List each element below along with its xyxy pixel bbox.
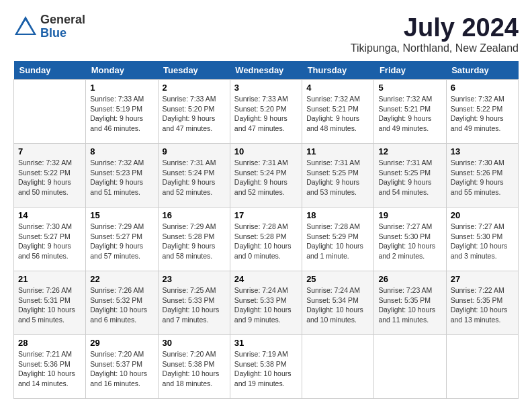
table-cell: 21Sunrise: 7:26 AMSunset: 5:31 PMDayligh… <box>14 271 86 335</box>
day-number: 23 <box>163 274 226 284</box>
week-row-5: 28Sunrise: 7:21 AMSunset: 5:36 PMDayligh… <box>14 335 519 399</box>
page-header: General Blue July 2024 Tikipunga, Northl… <box>13 13 519 54</box>
table-cell: 14Sunrise: 7:30 AMSunset: 5:27 PMDayligh… <box>14 208 86 271</box>
day-number: 27 <box>451 274 514 284</box>
day-number: 31 <box>234 338 298 348</box>
day-info: Sunrise: 7:28 AMSunset: 5:28 PMDaylight:… <box>234 222 298 261</box>
table-cell: 2Sunrise: 7:33 AMSunset: 5:20 PMDaylight… <box>158 80 230 144</box>
day-number: 17 <box>234 210 298 220</box>
header-monday: Monday <box>86 61 158 80</box>
day-number: 26 <box>378 274 441 284</box>
table-cell: 23Sunrise: 7:25 AMSunset: 5:33 PMDayligh… <box>158 271 230 335</box>
day-number: 19 <box>378 210 441 220</box>
day-number: 5 <box>378 83 441 93</box>
table-cell <box>302 335 374 399</box>
week-row-3: 14Sunrise: 7:30 AMSunset: 5:27 PMDayligh… <box>14 208 519 271</box>
table-cell: 3Sunrise: 7:33 AMSunset: 5:20 PMDaylight… <box>230 80 302 144</box>
day-info: Sunrise: 7:20 AMSunset: 5:37 PMDaylight:… <box>90 349 153 389</box>
logo-icon <box>13 15 38 39</box>
day-number: 13 <box>451 146 514 156</box>
day-info: Sunrise: 7:21 AMSunset: 5:36 PMDaylight:… <box>18 349 81 389</box>
day-info: Sunrise: 7:30 AMSunset: 5:27 PMDaylight:… <box>18 222 81 261</box>
day-number: 24 <box>234 274 298 284</box>
table-cell: 18Sunrise: 7:28 AMSunset: 5:29 PMDayligh… <box>302 208 374 271</box>
table-cell: 12Sunrise: 7:31 AMSunset: 5:25 PMDayligh… <box>374 144 446 208</box>
day-number: 20 <box>451 210 514 220</box>
day-info: Sunrise: 7:33 AMSunset: 5:19 PMDaylight:… <box>90 94 153 134</box>
logo-blue: Blue <box>40 27 85 40</box>
day-number: 28 <box>18 338 81 348</box>
day-info: Sunrise: 7:32 AMSunset: 5:21 PMDaylight:… <box>306 94 369 134</box>
header-tuesday: Tuesday <box>158 61 230 80</box>
table-cell: 24Sunrise: 7:24 AMSunset: 5:33 PMDayligh… <box>230 271 302 335</box>
day-info: Sunrise: 7:31 AMSunset: 5:25 PMDaylight:… <box>306 158 369 197</box>
day-number: 8 <box>90 146 153 156</box>
logo-general: General <box>40 13 85 27</box>
table-cell: 8Sunrise: 7:32 AMSunset: 5:23 PMDaylight… <box>86 144 158 208</box>
day-number: 14 <box>18 210 81 220</box>
table-cell: 4Sunrise: 7:32 AMSunset: 5:21 PMDaylight… <box>302 80 374 144</box>
day-number: 4 <box>306 83 369 93</box>
day-number: 9 <box>163 146 226 156</box>
day-info: Sunrise: 7:26 AMSunset: 5:32 PMDaylight:… <box>90 285 153 325</box>
table-cell: 6Sunrise: 7:32 AMSunset: 5:22 PMDaylight… <box>446 80 518 144</box>
day-info: Sunrise: 7:25 AMSunset: 5:33 PMDaylight:… <box>163 285 226 325</box>
header-saturday: Saturday <box>446 61 518 80</box>
day-number: 16 <box>163 210 226 220</box>
day-info: Sunrise: 7:27 AMSunset: 5:30 PMDaylight:… <box>451 222 514 261</box>
table-cell: 17Sunrise: 7:28 AMSunset: 5:28 PMDayligh… <box>230 208 302 271</box>
table-cell: 19Sunrise: 7:27 AMSunset: 5:30 PMDayligh… <box>374 208 446 271</box>
header-row: SundayMondayTuesdayWednesdayThursdayFrid… <box>14 61 519 80</box>
table-cell: 11Sunrise: 7:31 AMSunset: 5:25 PMDayligh… <box>302 144 374 208</box>
day-info: Sunrise: 7:33 AMSunset: 5:20 PMDaylight:… <box>234 94 298 134</box>
day-info: Sunrise: 7:24 AMSunset: 5:34 PMDaylight:… <box>306 285 369 325</box>
day-info: Sunrise: 7:23 AMSunset: 5:35 PMDaylight:… <box>378 285 441 325</box>
day-info: Sunrise: 7:29 AMSunset: 5:27 PMDaylight:… <box>90 222 153 261</box>
table-cell: 30Sunrise: 7:20 AMSunset: 5:38 PMDayligh… <box>158 335 230 399</box>
table-cell: 7Sunrise: 7:32 AMSunset: 5:22 PMDaylight… <box>14 144 86 208</box>
table-cell <box>374 335 446 399</box>
logo: General Blue <box>13 13 85 40</box>
day-number: 1 <box>90 83 153 93</box>
logo-text: General Blue <box>40 13 85 40</box>
day-info: Sunrise: 7:32 AMSunset: 5:23 PMDaylight:… <box>90 158 153 197</box>
day-number: 15 <box>90 210 153 220</box>
table-cell: 10Sunrise: 7:31 AMSunset: 5:24 PMDayligh… <box>230 144 302 208</box>
calendar-table: SundayMondayTuesdayWednesdayThursdayFrid… <box>13 61 519 399</box>
day-number: 10 <box>234 146 298 156</box>
day-number: 25 <box>306 274 369 284</box>
table-cell: 16Sunrise: 7:29 AMSunset: 5:28 PMDayligh… <box>158 208 230 271</box>
table-cell: 25Sunrise: 7:24 AMSunset: 5:34 PMDayligh… <box>302 271 374 335</box>
week-row-1: 1Sunrise: 7:33 AMSunset: 5:19 PMDaylight… <box>14 80 519 144</box>
day-number: 22 <box>90 274 153 284</box>
calendar-header: SundayMondayTuesdayWednesdayThursdayFrid… <box>14 61 519 80</box>
month-title: July 2024 <box>351 13 519 42</box>
day-number: 12 <box>378 146 441 156</box>
day-info: Sunrise: 7:19 AMSunset: 5:38 PMDaylight:… <box>234 349 298 389</box>
table-cell: 29Sunrise: 7:20 AMSunset: 5:37 PMDayligh… <box>86 335 158 399</box>
header-wednesday: Wednesday <box>230 61 302 80</box>
day-info: Sunrise: 7:28 AMSunset: 5:29 PMDaylight:… <box>306 222 369 261</box>
table-cell: 31Sunrise: 7:19 AMSunset: 5:38 PMDayligh… <box>230 335 302 399</box>
table-cell: 20Sunrise: 7:27 AMSunset: 5:30 PMDayligh… <box>446 208 518 271</box>
calendar-body: 1Sunrise: 7:33 AMSunset: 5:19 PMDaylight… <box>14 80 519 399</box>
day-number: 18 <box>306 210 369 220</box>
day-info: Sunrise: 7:33 AMSunset: 5:20 PMDaylight:… <box>163 94 226 134</box>
day-info: Sunrise: 7:32 AMSunset: 5:22 PMDaylight:… <box>451 94 514 134</box>
table-cell: 27Sunrise: 7:22 AMSunset: 5:35 PMDayligh… <box>446 271 518 335</box>
day-number: 11 <box>306 146 369 156</box>
day-number: 21 <box>18 274 81 284</box>
header-friday: Friday <box>374 61 446 80</box>
day-number: 30 <box>163 338 226 348</box>
table-cell: 26Sunrise: 7:23 AMSunset: 5:35 PMDayligh… <box>374 271 446 335</box>
header-sunday: Sunday <box>14 61 86 80</box>
table-cell: 13Sunrise: 7:30 AMSunset: 5:26 PMDayligh… <box>446 144 518 208</box>
table-cell: 22Sunrise: 7:26 AMSunset: 5:32 PMDayligh… <box>86 271 158 335</box>
table-cell: 15Sunrise: 7:29 AMSunset: 5:27 PMDayligh… <box>86 208 158 271</box>
day-info: Sunrise: 7:32 AMSunset: 5:22 PMDaylight:… <box>18 158 81 197</box>
day-info: Sunrise: 7:22 AMSunset: 5:35 PMDaylight:… <box>451 285 514 325</box>
day-info: Sunrise: 7:29 AMSunset: 5:28 PMDaylight:… <box>163 222 226 261</box>
day-info: Sunrise: 7:27 AMSunset: 5:30 PMDaylight:… <box>378 222 441 261</box>
day-info: Sunrise: 7:31 AMSunset: 5:25 PMDaylight:… <box>378 158 441 197</box>
table-cell <box>14 80 86 144</box>
